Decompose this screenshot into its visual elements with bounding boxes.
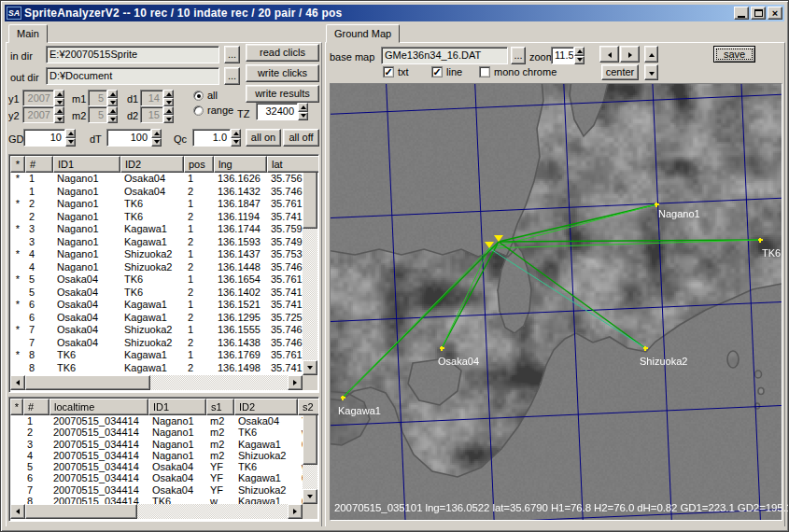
table-row[interactable]: 6Osaka04Kagawa12136.129535.7253 — [10, 312, 303, 325]
write-results-button[interactable]: write results — [246, 85, 319, 103]
table-row[interactable]: 4Nagano1Shizuoka22136.144835.7463 — [10, 261, 303, 274]
horizontal-scroll-thumb[interactable] — [25, 504, 137, 519]
table-row[interactable]: 1Nagano1Osaka042136.143235.7460 — [10, 186, 303, 199]
y1-spinner[interactable] — [54, 90, 64, 106]
pan-up-button[interactable] — [644, 46, 658, 63]
minimize-button[interactable] — [734, 7, 749, 20]
y2-field[interactable]: 2007 — [22, 106, 54, 123]
app-icon[interactable]: SA — [7, 7, 21, 20]
radio-range[interactable]: range — [193, 105, 233, 116]
table-row[interactable]: 3Nagano1Kagawa12136.159335.7497 — [10, 236, 303, 249]
column-header-id2[interactable]: ID2 — [120, 156, 184, 173]
in-dir-field[interactable]: E:¥20070515Sprite — [46, 46, 219, 63]
mono-chrome-checkbox[interactable]: mono chrome — [479, 66, 557, 77]
qc-field[interactable]: 1.0 — [192, 129, 231, 147]
spin-up-button[interactable] — [54, 106, 64, 115]
table-row[interactable]: 420070515_034414Nagano1m2Shizuoka2 — [10, 450, 303, 461]
column-header-[interactable]: * — [10, 156, 25, 173]
spin-down-button[interactable] — [231, 138, 241, 147]
column-header-pos[interactable]: pos — [184, 156, 214, 173]
horizontal-scroll-thumb[interactable] — [25, 375, 150, 390]
column-header-[interactable]: # — [25, 156, 53, 173]
txt-checkbox[interactable]: ✓ txt — [383, 66, 409, 77]
title-bar[interactable]: SA SpriteAnalyzerV2 -- 10 rec / 10 indat… — [5, 5, 784, 21]
ground-map[interactable]: 20070515_035101 lng=136.0522 lat=35.6790… — [330, 83, 782, 521]
column-header-lng[interactable]: lng — [214, 156, 267, 173]
table-row[interactable]: 7Osaka04Shizuoka22136.143835.7469 — [10, 337, 303, 350]
vertical-scroll-thumb[interactable] — [303, 171, 317, 229]
spin-down-button[interactable] — [151, 138, 162, 147]
spin-down-button[interactable] — [107, 98, 118, 106]
spin-up-button[interactable] — [151, 129, 162, 138]
table-row[interactable]: *2Nagano1TK61136.184735.7617 — [10, 198, 303, 211]
all-off-button[interactable]: all off — [283, 129, 319, 147]
y1-field[interactable]: 2007 — [22, 90, 54, 106]
dt-spinner[interactable] — [151, 129, 162, 147]
m1-spinner[interactable] — [107, 90, 118, 106]
spin-up-button[interactable] — [163, 106, 174, 115]
scroll-left-button[interactable] — [10, 375, 25, 390]
spin-down-button[interactable] — [54, 115, 64, 123]
center-button[interactable]: center — [601, 64, 639, 80]
column-header-s1[interactable]: s1 — [206, 399, 234, 415]
column-header-localtime[interactable]: localtime — [49, 399, 148, 415]
spin-up-button[interactable] — [65, 129, 76, 138]
spin-up-button[interactable] — [231, 129, 241, 138]
spin-up-button[interactable] — [574, 47, 585, 56]
ground-map-canvas[interactable] — [331, 84, 782, 520]
table-row[interactable]: 220070515_034414Nagano1m2TK6w — [10, 427, 303, 438]
line-checkbox[interactable]: ✓ line — [431, 66, 462, 77]
table-row[interactable]: *4Nagano1Shizuoka21136.143735.7533 — [10, 248, 303, 261]
column-header-s2[interactable]: s2 — [298, 399, 319, 415]
scrollbar-corner[interactable] — [303, 504, 317, 519]
table-row[interactable]: 320070515_034414Nagano1m2Kagawa10 — [10, 439, 303, 450]
m2-field[interactable]: 5 — [88, 106, 107, 123]
table-body[interactable]: 120070515_034414Nagano1m2Osaka04Y2200705… — [10, 415, 303, 505]
all-on-button[interactable]: all on — [246, 129, 281, 147]
spin-down-button[interactable] — [163, 115, 174, 123]
tz-field[interactable]: 32400 — [256, 103, 298, 120]
pair-table[interactable]: *#ID1ID2poslnglat*1Nagano1Osaka041136.16… — [8, 154, 319, 393]
table-row[interactable]: *6Osaka04Kagawa11136.152135.7413 — [10, 299, 303, 312]
scrollbar-corner[interactable] — [303, 375, 317, 390]
column-header-[interactable]: # — [23, 399, 49, 415]
qc-spinner[interactable] — [231, 129, 241, 147]
column-header-id2[interactable]: ID2 — [234, 399, 298, 415]
scroll-left-button[interactable] — [10, 504, 25, 519]
table-row[interactable]: 720070515_034414Osaka04YFShizuoka2 — [10, 484, 303, 496]
spin-down-button[interactable] — [574, 56, 585, 65]
table-row[interactable]: 8TK6Kagawa12136.149835.7416 — [10, 362, 303, 375]
in-dir-browse-button[interactable]: ... — [224, 46, 240, 63]
zoom-spinner[interactable] — [574, 47, 585, 64]
table-row[interactable]: *3Nagano1Kagawa11136.174435.7597 — [10, 223, 303, 236]
spin-up-button[interactable] — [298, 103, 308, 112]
maximize-button[interactable] — [751, 7, 766, 20]
dt-field[interactable]: 100 — [106, 129, 151, 147]
column-header-id1[interactable]: ID1 — [148, 399, 206, 415]
table-row[interactable]: *1Nagano1Osaka041136.162635.7569 — [10, 173, 303, 186]
column-header-[interactable]: * — [10, 399, 23, 415]
base-map-field[interactable]: GMe136n34_16.DAT — [381, 47, 508, 64]
scroll-down-button[interactable] — [303, 360, 317, 375]
d2-field[interactable]: 15 — [140, 106, 163, 123]
spin-down-button[interactable] — [298, 112, 308, 121]
y2-spinner[interactable] — [54, 106, 64, 123]
spin-down-button[interactable] — [107, 115, 118, 123]
spin-down-button[interactable] — [163, 98, 174, 106]
column-header-id1[interactable]: ID1 — [53, 156, 120, 173]
tab-ground-map[interactable]: Ground Map — [326, 24, 400, 43]
write-clicks-button[interactable]: write clicks — [246, 64, 319, 82]
table-body[interactable]: *1Nagano1Osaka041136.162635.75691Nagano1… — [10, 173, 303, 376]
vertical-scroll-thumb[interactable] — [303, 413, 317, 465]
zoom-field[interactable]: 11.5 — [551, 47, 574, 64]
spin-up-button[interactable] — [163, 90, 174, 98]
column-header-lat[interactable]: lat — [267, 156, 319, 173]
table-row[interactable]: 620070515_034414Osaka04YFKagawa10 — [10, 472, 303, 483]
d1-spinner[interactable] — [163, 90, 174, 106]
radio-all[interactable]: all — [193, 90, 218, 101]
save-button[interactable]: save — [713, 46, 755, 63]
spin-up-button[interactable] — [54, 90, 64, 98]
base-map-browse-button[interactable]: ... — [511, 47, 526, 64]
pan-down-button[interactable] — [644, 64, 658, 80]
tz-spinner[interactable] — [298, 103, 308, 120]
